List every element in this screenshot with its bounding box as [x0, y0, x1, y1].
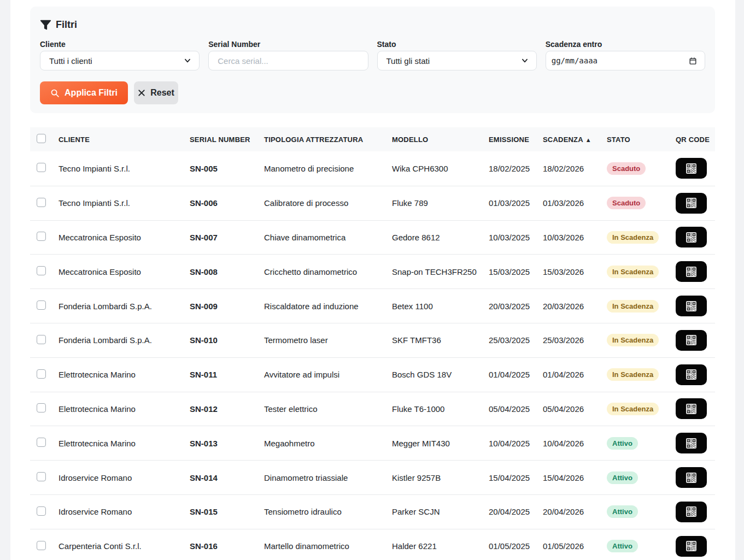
cell-qr — [676, 193, 715, 214]
cell-cliente: Fonderia Lombardi S.p.A. — [58, 302, 190, 311]
header-cliente[interactable]: CLIENTE — [58, 135, 190, 144]
cell-scadenza: 15/03/2026 — [543, 267, 607, 276]
table-row: Fonderia Lombardi S.p.A.SN-009Riscaldato… — [30, 288, 715, 323]
qr-code-button[interactable] — [676, 433, 707, 453]
qr-code-icon — [686, 438, 696, 449]
cliente-label: Cliente — [40, 40, 200, 49]
qr-code-button[interactable] — [676, 261, 707, 282]
filter-icon — [40, 19, 51, 31]
cell-tipologia: Tensiometro idraulico — [264, 507, 392, 516]
cell-cliente: Elettrotecnica Marino — [58, 404, 190, 414]
header-scadenza[interactable]: SCADENZA▲ — [543, 135, 607, 144]
status-badge: Scaduto — [607, 197, 646, 209]
row-checkbox[interactable] — [37, 163, 46, 172]
row-checkbox-cell — [30, 232, 58, 243]
cell-emissione: 20/04/2025 — [489, 507, 543, 516]
row-checkbox[interactable] — [37, 541, 46, 550]
qr-code-icon — [686, 301, 696, 311]
cell-modello: Wika CPH6300 — [392, 164, 489, 173]
cell-stato: Attivo — [607, 540, 676, 552]
scadenza-date-placeholder: gg/mm/aaaa — [552, 56, 689, 65]
stato-select-value: Tutti gli stati — [386, 56, 521, 66]
apply-filters-button[interactable]: Applica Filtri — [40, 81, 128, 104]
row-checkbox[interactable] — [37, 300, 46, 310]
qr-code-button[interactable] — [676, 193, 707, 214]
table-row: Idroservice RomanoSN-015Tensiometro idra… — [30, 494, 715, 529]
qr-code-icon — [686, 506, 696, 517]
cell-tipologia: Dinamometro triassiale — [264, 473, 392, 482]
row-checkbox[interactable] — [37, 369, 46, 379]
cell-modello: Gedore 8612 — [392, 233, 489, 242]
cell-modello: Bosch GDS 18V — [392, 370, 489, 379]
qr-code-icon — [686, 232, 696, 243]
row-checkbox-cell — [30, 266, 58, 277]
qr-code-button[interactable] — [676, 398, 707, 419]
scadenza-date-input[interactable]: gg/mm/aaaa — [546, 51, 705, 70]
cell-modello: Fluke T6-1000 — [392, 404, 489, 414]
cell-stato: Attivo — [607, 437, 676, 450]
stato-field: Stato Tutti gli stati — [377, 40, 537, 70]
cell-cliente: Tecno Impianti S.r.l. — [58, 164, 190, 173]
stato-select[interactable]: Tutti gli stati — [377, 51, 537, 70]
serial-input[interactable]: Cerca serial... — [208, 51, 368, 70]
qr-code-icon — [686, 473, 696, 483]
cell-cliente: Meccatronica Esposito — [58, 267, 190, 276]
cell-modello: Parker SCJN — [392, 507, 489, 516]
status-badge: Attivo — [607, 505, 638, 518]
header-stato[interactable]: STATO — [607, 135, 676, 144]
serial-field: Serial Number Cerca serial... — [208, 40, 368, 70]
row-checkbox[interactable] — [37, 506, 46, 516]
cell-emissione: 01/03/2025 — [489, 198, 543, 208]
row-checkbox[interactable] — [37, 335, 46, 344]
equipment-table: CLIENTE SERIAL NUMBER TIPOLOGIA ATTREZZA… — [30, 127, 715, 560]
header-serial-number[interactable]: SERIAL NUMBER — [190, 135, 264, 144]
cell-modello: SKF TMFT36 — [392, 335, 489, 345]
search-icon — [50, 89, 60, 98]
cell-cliente: Tecno Impianti S.r.l. — [58, 198, 190, 208]
qr-code-icon — [686, 369, 696, 380]
row-checkbox-cell — [30, 541, 58, 552]
cell-cliente: Fonderia Lombardi S.p.A. — [58, 335, 190, 345]
qr-code-button[interactable] — [676, 536, 707, 557]
row-checkbox[interactable] — [37, 438, 46, 447]
row-checkbox-cell — [30, 472, 58, 483]
reset-button[interactable]: Reset — [134, 81, 178, 104]
cell-serial-number: SN-010 — [190, 335, 264, 345]
header-tipologia[interactable]: TIPOLOGIA ATTREZZATURA — [264, 135, 392, 144]
cell-qr — [676, 502, 715, 522]
cell-emissione: 05/04/2025 — [489, 404, 543, 414]
qr-code-button[interactable] — [676, 227, 707, 247]
qr-code-button[interactable] — [676, 296, 707, 316]
cell-scadenza: 15/04/2026 — [543, 473, 607, 482]
row-checkbox[interactable] — [37, 198, 46, 207]
row-checkbox[interactable] — [37, 232, 46, 241]
row-checkbox[interactable] — [37, 403, 46, 412]
status-badge: In Scadenza — [607, 300, 659, 313]
header-qr-code[interactable]: QR CODE — [676, 135, 715, 144]
row-checkbox-cell — [30, 163, 58, 174]
close-icon — [138, 89, 145, 97]
cell-emissione: 01/05/2025 — [489, 541, 543, 551]
cell-serial-number: SN-006 — [190, 198, 264, 208]
cell-serial-number: SN-014 — [190, 473, 264, 482]
filter-buttons: Applica Filtri Reset — [40, 81, 705, 104]
qr-code-button[interactable] — [676, 330, 707, 351]
header-modello[interactable]: MODELLO — [392, 135, 489, 144]
status-badge: In Scadenza — [607, 334, 659, 346]
status-badge: In Scadenza — [607, 266, 659, 278]
cell-scadenza: 05/04/2026 — [543, 404, 607, 414]
qr-code-button[interactable] — [676, 467, 707, 488]
chevron-down-icon — [184, 57, 191, 64]
header-emissione[interactable]: EMISSIONE — [489, 135, 543, 144]
row-checkbox[interactable] — [37, 266, 46, 275]
table-header: CLIENTE SERIAL NUMBER TIPOLOGIA ATTREZZA… — [30, 127, 715, 151]
cell-emissione: 15/04/2025 — [489, 473, 543, 482]
qr-code-button[interactable] — [676, 158, 707, 179]
cliente-select[interactable]: Tutti i clienti — [40, 51, 200, 70]
row-checkbox[interactable] — [37, 472, 46, 481]
select-all-checkbox[interactable] — [37, 134, 46, 143]
qr-code-button[interactable] — [676, 364, 707, 385]
calendar-icon — [689, 57, 697, 65]
qr-code-button[interactable] — [676, 502, 707, 522]
qr-code-icon — [686, 163, 696, 174]
